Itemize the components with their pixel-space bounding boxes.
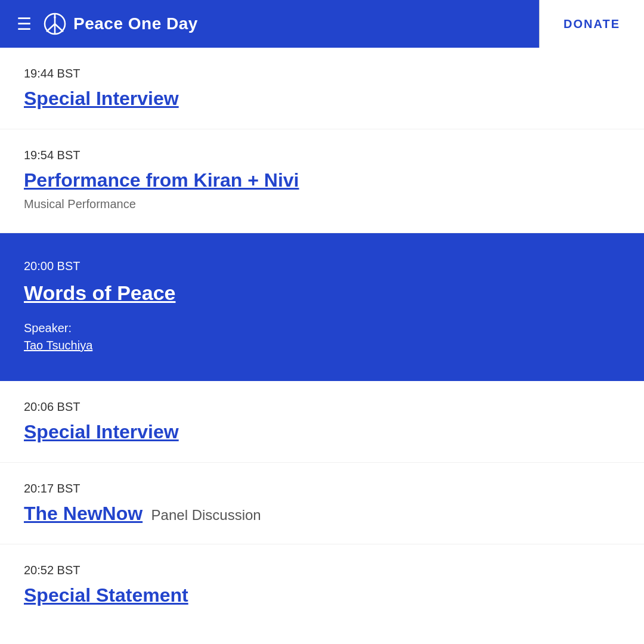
schedule-item-3-highlighted: 20:00 BST Words of Peace Speaker: Tao Ts… (0, 233, 644, 381)
schedule-item-2: 19:54 BST Performance from Kiran + Nivi … (0, 129, 644, 233)
event-title-1[interactable]: Special Interview (24, 88, 179, 109)
speaker-link-3[interactable]: Tao Tsuchiya (24, 339, 92, 352)
event-title-suffix-5: Panel Discussion (151, 507, 261, 523)
peace-symbol-icon (44, 13, 66, 35)
nav-left: ☰ Peace One Day (0, 13, 539, 35)
svg-line-2 (47, 24, 55, 32)
schedule-item-5: 20:17 BST The NewNow Panel Discussion (0, 463, 644, 544)
nav-right: DONATE (539, 0, 644, 48)
svg-line-3 (55, 24, 63, 32)
time-4: 20:06 BST (24, 400, 620, 414)
event-title-4[interactable]: Special Interview (24, 421, 179, 442)
donate-button[interactable]: DONATE (564, 17, 620, 31)
navbar: ☰ Peace One Day DONATE (0, 0, 644, 48)
brand-name: Peace One Day (73, 14, 198, 33)
time-1: 19:44 BST (24, 67, 620, 80)
event-title-2[interactable]: Performance from Kiran + Nivi (24, 169, 620, 191)
speaker-label-3: Speaker: (24, 321, 620, 335)
schedule-container: 19:44 BST Special Interview 19:54 BST Pe… (0, 48, 644, 630)
time-3: 20:00 BST (24, 259, 620, 273)
brand-logo: Peace One Day (44, 13, 198, 35)
svg-point-4 (54, 16, 56, 18)
schedule-item-4: 20:06 BST Special Interview (0, 381, 644, 463)
event-title-5[interactable]: The NewNow (24, 503, 143, 524)
time-2: 19:54 BST (24, 148, 620, 162)
hamburger-button[interactable]: ☰ (17, 14, 32, 34)
event-title-3[interactable]: Words of Peace (24, 281, 620, 305)
schedule-item-1: 19:44 BST Special Interview (0, 48, 644, 129)
schedule-item-6: 20:52 BST Special Statement (0, 544, 644, 630)
hamburger-icon: ☰ (17, 15, 32, 33)
time-6: 20:52 BST (24, 564, 620, 577)
time-5: 20:17 BST (24, 482, 620, 496)
event-subtitle-2: Musical Performance (24, 197, 620, 211)
event-title-6[interactable]: Special Statement (24, 584, 188, 606)
